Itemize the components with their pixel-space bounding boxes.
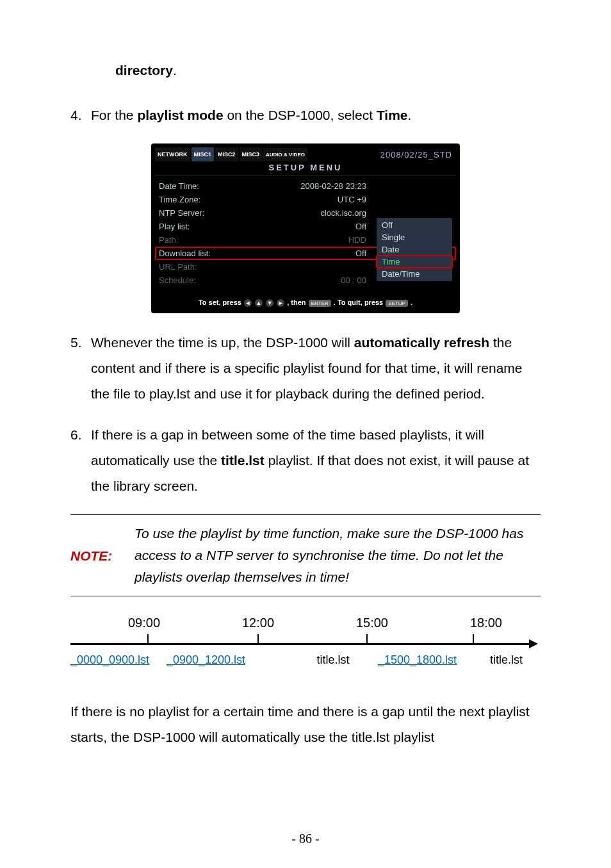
tab-misc2[interactable]: MISC2 bbox=[215, 147, 238, 161]
file-link[interactable]: _1500_1800.lst bbox=[378, 653, 490, 667]
up-icon: ▲ bbox=[255, 299, 263, 307]
arrow-right-icon bbox=[529, 639, 538, 648]
down-icon: ▼ bbox=[266, 299, 273, 307]
tick bbox=[257, 634, 259, 643]
time-label: 18:00 bbox=[470, 616, 502, 630]
enter-keycap-icon: ENTER bbox=[309, 300, 331, 307]
playlist-mode-dropdown[interactable]: Off Single Date Time Date/Time bbox=[377, 218, 452, 281]
time-label: 15:00 bbox=[356, 616, 388, 630]
setup-menu-screenshot: NETWORK MISC1 MISC2 MISC3 AUDIO & VIDEO … bbox=[151, 143, 460, 313]
page-number: - 86 - bbox=[0, 831, 611, 846]
setup-menu-title: SETUP MENU bbox=[155, 161, 456, 176]
bottom-paragraph: If there is no playlist for a certain ti… bbox=[70, 699, 541, 750]
setup-keycap-icon: SETUP bbox=[386, 300, 408, 307]
tab-misc1[interactable]: MISC1 bbox=[191, 147, 215, 161]
left-icon: ◄ bbox=[244, 299, 252, 307]
row-time-zone[interactable]: Time Zone: UTC +9 bbox=[155, 193, 456, 206]
file-label: title.lst bbox=[288, 653, 378, 667]
tick bbox=[473, 634, 474, 643]
note-label: NOTE: bbox=[70, 523, 134, 588]
tick bbox=[147, 634, 149, 643]
row-date-time[interactable]: Date Time: 2008-02-28 23:23 bbox=[155, 179, 456, 193]
dropdown-option-off[interactable]: Off bbox=[377, 219, 452, 231]
file-link[interactable]: _0900_1200.lst bbox=[167, 653, 288, 667]
tab-network[interactable]: NETWORK bbox=[155, 147, 190, 161]
timeline-axis bbox=[70, 643, 529, 645]
time-label: 09:00 bbox=[128, 616, 160, 630]
directory-bold: directory bbox=[115, 63, 173, 78]
dropdown-option-datetime[interactable]: Date/Time bbox=[377, 268, 452, 280]
tab-audio-video[interactable]: AUDIO & VIDEO bbox=[263, 148, 307, 161]
note-text: To use the playlist by time function, ma… bbox=[134, 523, 541, 588]
step-6: 6. If there is a gap in between some of … bbox=[70, 422, 541, 499]
step-5: 5. Whenever the time is up, the DSP-1000… bbox=[70, 330, 541, 407]
file-link[interactable]: _0000_0900.lst bbox=[70, 653, 167, 667]
time-label: 12:00 bbox=[242, 616, 274, 630]
system-datetime: 2008/02/25_STD bbox=[380, 150, 456, 160]
dropdown-option-time[interactable]: Time bbox=[377, 256, 452, 268]
note-block: NOTE: To use the playlist by time functi… bbox=[70, 514, 541, 596]
dropdown-option-single[interactable]: Single bbox=[377, 231, 452, 243]
step-number: 4. bbox=[70, 102, 91, 128]
screenshot-footer-hint: To set, press ◄ ▲ ▼ ► , then ENTER . To … bbox=[155, 293, 456, 309]
step-number: 5. bbox=[70, 330, 91, 356]
step-number: 6. bbox=[70, 422, 91, 448]
top-line: directory. bbox=[70, 58, 541, 83]
file-label: title.lst bbox=[490, 653, 541, 667]
dropdown-option-date[interactable]: Date bbox=[377, 243, 452, 256]
tick bbox=[366, 634, 368, 643]
right-icon: ► bbox=[277, 299, 284, 307]
tab-misc3[interactable]: MISC3 bbox=[240, 147, 263, 161]
timeline-diagram: 09:00 12:00 15:00 18:00 _0000_0900.lst _… bbox=[70, 616, 541, 686]
step-4: 4. For the playlist mode on the DSP-1000… bbox=[70, 102, 541, 128]
